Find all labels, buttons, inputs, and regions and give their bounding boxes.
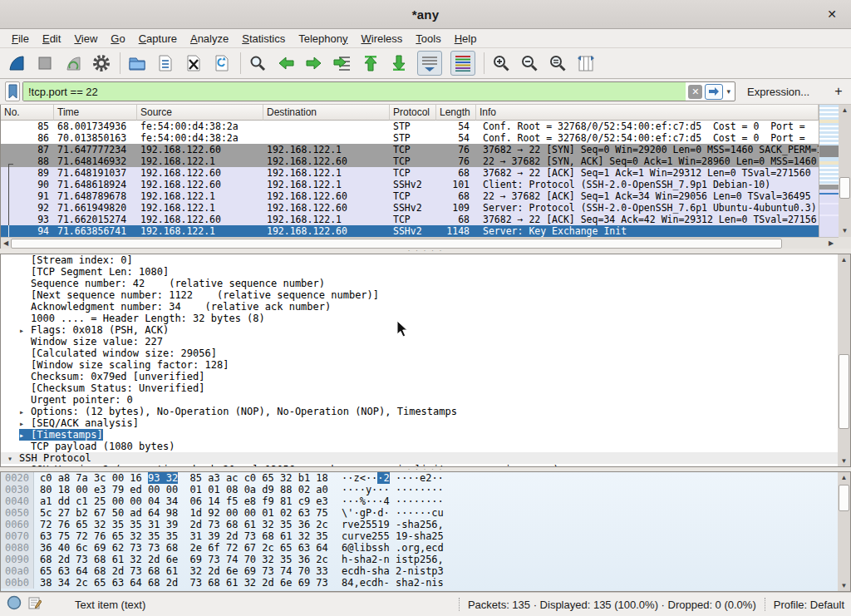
- close-window-button[interactable]: ✕: [824, 7, 839, 22]
- hex-row[interactable]: 00b038 34 2c 65 63 64 68 2d 73 68 61 32 …: [1, 577, 850, 589]
- display-filter-input[interactable]: [23, 82, 686, 101]
- menu-item[interactable]: Tools: [409, 31, 447, 47]
- stop-capture-button[interactable]: [35, 53, 55, 73]
- column-header-time[interactable]: Time: [54, 105, 137, 121]
- status-profile[interactable]: Profile: Default: [774, 599, 844, 611]
- menu-item[interactable]: Analyze: [184, 31, 235, 47]
- detail-row[interactable]: 1000 .... = Header Length: 32 bytes (8): [1, 313, 850, 324]
- filter-bookmark-button[interactable]: [5, 81, 20, 101]
- go-to-packet-button[interactable]: [332, 53, 352, 73]
- find-packet-button[interactable]: [248, 53, 268, 73]
- save-file-button[interactable]: [155, 53, 175, 73]
- menu-item[interactable]: Edit: [36, 31, 67, 47]
- colorize-toggle[interactable]: [450, 51, 475, 76]
- menu-item[interactable]: Capture: [132, 31, 184, 47]
- detail-row[interactable]: [Next sequence number: 1122 (relative se…: [1, 289, 850, 301]
- scrollbar-thumb[interactable]: [839, 354, 849, 429]
- detail-row[interactable]: [Stream index: 0]: [1, 254, 850, 266]
- detail-row[interactable]: Urgent pointer: 0: [1, 394, 850, 406]
- scrollbar-thumb[interactable]: [11, 239, 782, 249]
- packet-row[interactable]: 87 71.647777234 192.168.122.60 192.168.1…: [1, 144, 819, 155]
- expression-button[interactable]: Expression...: [735, 86, 818, 98]
- detail-row[interactable]: ▸Options: (12 bytes), No-Operation (NOP)…: [1, 406, 850, 417]
- reload-file-button[interactable]: [212, 53, 232, 73]
- packet-row[interactable]: 88 71.648146932 192.168.122.1 192.168.12…: [1, 155, 819, 167]
- detail-row[interactable]: ▾SSH Protocol: [1, 452, 850, 464]
- detail-row[interactable]: [Window size scaling factor: 128]: [1, 359, 850, 371]
- packet-row[interactable]: 85 68.001734936 fe:54:00:d4:38:2a STP 54…: [1, 121, 819, 132]
- packet-row[interactable]: 89 71.648191037 192.168.122.60 192.168.1…: [1, 167, 819, 179]
- packet-row[interactable]: 93 71.662015274 192.168.122.60 192.168.1…: [1, 214, 819, 225]
- expert-info-button[interactable]: [7, 595, 22, 614]
- detail-row[interactable]: ▸[SEQ/ACK analysis]: [1, 417, 850, 429]
- menu-item[interactable]: File: [5, 31, 36, 47]
- detail-row[interactable]: Window size value: 227: [1, 336, 850, 347]
- packet-list-vscrollbar[interactable]: ▲ ▼: [839, 105, 851, 237]
- detail-row[interactable]: Acknowledgment number: 34 (relative ack …: [1, 301, 850, 313]
- go-back-button[interactable]: [276, 53, 296, 73]
- scrollbar-thumb[interactable]: [839, 485, 849, 511]
- go-to-top-button[interactable]: [361, 53, 381, 73]
- expander-icon[interactable]: ▸: [19, 407, 31, 418]
- column-header-no[interactable]: No.: [1, 105, 54, 121]
- auto-scroll-toggle[interactable]: [417, 51, 442, 76]
- menu-item[interactable]: Statistics: [235, 31, 292, 47]
- hex-row[interactable]: 00a065 63 64 68 2d 73 68 61 32 2d 6e 69 …: [1, 565, 850, 577]
- go-forward-button[interactable]: [304, 53, 324, 73]
- menu-item[interactable]: Go: [104, 31, 131, 47]
- hex-row[interactable]: 0040a1 dd c1 25 00 00 04 34 06 14 f5 e8 …: [1, 495, 850, 507]
- packet-row[interactable]: 91 71.648789678 192.168.122.1 192.168.12…: [1, 190, 819, 202]
- close-file-button[interactable]: [184, 53, 204, 73]
- zoom-out-button[interactable]: [519, 53, 539, 73]
- add-filter-button[interactable]: +: [828, 84, 849, 99]
- packet-minimap[interactable]: [819, 105, 839, 237]
- hex-vscrollbar[interactable]: ▲ ▼: [838, 472, 850, 591]
- detail-row[interactable]: ▸[Timestamps]: [1, 429, 850, 441]
- column-header-length[interactable]: Length: [436, 105, 476, 121]
- capture-comment-button[interactable]: [28, 596, 42, 613]
- menu-item[interactable]: Help: [448, 31, 484, 47]
- detail-row[interactable]: Sequence number: 42 (relative sequence n…: [1, 278, 850, 289]
- resize-columns-button[interactable]: [576, 53, 596, 73]
- filter-apply-button[interactable]: [705, 84, 723, 100]
- packet-row[interactable]: 90 71.648618924 192.168.122.60 192.168.1…: [1, 179, 819, 190]
- menu-item[interactable]: Wireless: [355, 31, 410, 47]
- hex-row[interactable]: 00505c 27 b2 67 50 ad 64 98 1d 92 00 00 …: [1, 507, 850, 519]
- detail-row[interactable]: ▸Flags: 0x018 (PSH, ACK): [1, 324, 850, 336]
- menu-item[interactable]: View: [67, 31, 104, 47]
- column-header-protocol[interactable]: Protocol: [390, 105, 436, 121]
- filter-clear-button[interactable]: ✕: [688, 85, 702, 99]
- go-to-bottom-button[interactable]: [389, 53, 409, 73]
- hex-row[interactable]: 003080 18 00 e3 79 ed 00 00 01 01 08 0a …: [1, 484, 850, 495]
- open-file-button[interactable]: [127, 53, 147, 73]
- packet-row[interactable]: 86 70.013850163 fe:54:00:d4:38:2a STP 54…: [1, 132, 819, 144]
- hex-row[interactable]: 007063 75 72 76 65 32 35 35 31 39 2d 73 …: [1, 530, 850, 542]
- detail-row[interactable]: [Calculated window size: 29056]: [1, 347, 850, 359]
- menu-item[interactable]: Telephony: [292, 31, 354, 47]
- packet-row[interactable]: 92 71.661949820 192.168.122.1 192.168.12…: [1, 202, 819, 214]
- column-header-destination[interactable]: Destination: [263, 105, 390, 121]
- hex-row[interactable]: 009068 2d 73 68 61 32 2d 6e 69 73 74 70 …: [1, 554, 850, 565]
- column-header-source[interactable]: Source: [137, 105, 263, 121]
- zoom-reset-button[interactable]: [548, 53, 568, 73]
- scrollbar-thumb[interactable]: [839, 177, 850, 199]
- filter-history-caret[interactable]: ▾: [723, 87, 735, 96]
- zoom-in-button[interactable]: [491, 53, 511, 73]
- expander-icon[interactable]: ▸: [19, 430, 31, 441]
- details-vscrollbar[interactable]: ▲ ▼: [838, 254, 850, 466]
- expander-icon[interactable]: ▸: [19, 325, 31, 337]
- detail-row[interactable]: TCP payload (1080 bytes): [1, 441, 850, 452]
- detail-row[interactable]: [Checksum Status: Unverified]: [1, 382, 850, 394]
- restart-capture-button[interactable]: [63, 53, 83, 73]
- detail-row[interactable]: Checksum: 0x79ed [unverified]: [1, 371, 850, 382]
- hex-row[interactable]: 0020c0 a8 7a 3c 00 16 93 32 85 a3 ac c0 …: [1, 472, 850, 484]
- capture-options-button[interactable]: [91, 53, 111, 73]
- hex-row[interactable]: 006072 76 65 32 35 35 31 39 2d 73 68 61 …: [1, 519, 850, 530]
- packet-row[interactable]: 94 71.663856741 192.168.122.1 192.168.12…: [1, 225, 819, 237]
- start-capture-button[interactable]: [7, 53, 27, 73]
- expander-icon[interactable]: ▸: [19, 418, 31, 430]
- detail-row[interactable]: [TCP Segment Len: 1080]: [1, 266, 850, 278]
- column-header-info[interactable]: Info: [476, 105, 819, 121]
- hex-row[interactable]: 008036 40 6c 69 62 73 73 68 2e 6f 72 67 …: [1, 542, 850, 554]
- title-bar[interactable]: *any ✕: [0, 0, 851, 29]
